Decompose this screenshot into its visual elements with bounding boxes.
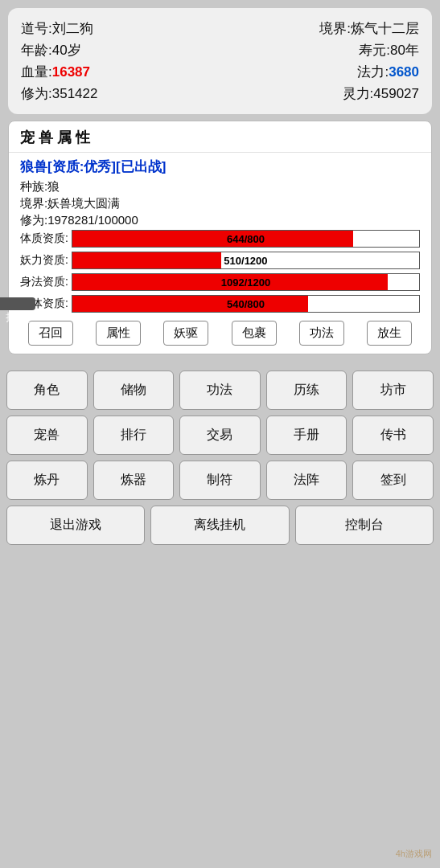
stat-label-1: 妖力资质: [20, 253, 68, 268]
menu-row-3: 炼丹炼器制符法阵签到 [6, 461, 434, 500]
stat-bars: 体质资质: 644/800 妖力资质: 510/1200 身法资质: 1092/… [20, 230, 420, 313]
stat-row-3: 妖体资质: 540/800 [20, 295, 420, 313]
xiuwei-label: 修为:351422 [21, 84, 97, 103]
menu-btn-炼丹[interactable]: 炼丹 [6, 461, 88, 500]
menu-btn-交易[interactable]: 交易 [179, 416, 261, 455]
pet-action-btn-妖驱[interactable]: 妖驱 [163, 321, 208, 346]
stat-bar-text-2: 1092/1200 [72, 274, 419, 290]
fali-label: 法力:3680 [357, 63, 419, 81]
menu-btn-签到[interactable]: 签到 [352, 461, 434, 500]
pet-modal-body: 狼兽[资质:优秀][已出战] 种族:狼 境界:妖兽境大圆满 修为:1978281… [9, 158, 431, 313]
stat-bar-outer-0: 644/800 [72, 230, 420, 248]
stat-bar-outer-2: 1092/1200 [72, 273, 420, 291]
menu-btn-退出游戏[interactable]: 退出游戏 [6, 506, 145, 545]
pet-realm: 境界:妖兽境大圆满 [20, 196, 420, 211]
pet-actions: 召回属性妖驱包裹功法放生 [9, 321, 431, 346]
stat-row-1: 妖力资质: 510/1200 [20, 252, 420, 269]
menu-btn-排行[interactable]: 排行 [93, 416, 175, 455]
stat-bar-outer-3: 540/800 [72, 295, 420, 313]
pet-name: 狼兽[资质:优秀][已出战] [20, 158, 420, 176]
pet-action-btn-属性[interactable]: 属性 [96, 321, 141, 346]
shouyuan-label: 寿元:80年 [359, 41, 419, 59]
menu-row-2: 宠兽排行交易手册传书 [6, 416, 434, 455]
nianling-row: 年龄:40岁 寿元:80年 [21, 41, 419, 59]
stat-bar-text-0: 644/800 [72, 231, 419, 247]
xueliang-row: 血量:16387 法力:3680 [21, 63, 419, 81]
character-info-card: 道号:刘二狗 境界:炼气十二层 年龄:40岁 寿元:80年 血量:16387 法… [8, 8, 432, 114]
stat-row-0: 体质资质: 644/800 [20, 230, 420, 248]
menu-btn-历练[interactable]: 历练 [266, 371, 347, 410]
menu-btn-手册[interactable]: 手册 [266, 416, 347, 455]
jingjie-label: 境界:炼气十二层 [319, 19, 419, 38]
pet-modal: 宠 兽 属 性 狼兽[资质:优秀][已出战] 种族:狼 境界:妖兽境大圆满 修为… [8, 121, 432, 354]
pet-modal-title: 宠 兽 属 性 [9, 121, 431, 153]
stat-bar-outer-1: 510/1200 [72, 252, 420, 269]
menu-btn-储物[interactable]: 储物 [93, 371, 175, 410]
menu-btn-功法[interactable]: 功法 [179, 371, 261, 410]
bottom-menu: 角色储物功法历练坊市 宠兽排行交易手册传书 炼丹炼器制符法阵签到 退出游戏离线挂… [0, 362, 440, 557]
pet-action-btn-放生[interactable]: 放生 [367, 321, 412, 346]
menu-row-1: 角色储物功法历练坊市 [6, 371, 434, 410]
nianling-label: 年龄:40岁 [21, 41, 81, 59]
menu-btn-角色[interactable]: 角色 [6, 371, 88, 410]
daohao-row: 道号:刘二狗 境界:炼气十二层 [21, 19, 419, 38]
pet-cultivation: 修为:1978281/100000 [20, 213, 420, 228]
xiuwei-row: 修为:351422 灵力:459027 [21, 84, 419, 103]
menu-btn-炼器[interactable]: 炼器 [93, 461, 175, 500]
pet-action-btn-功法[interactable]: 功法 [299, 321, 344, 346]
watermark: 4h游戏网 [396, 848, 432, 860]
menu-row-4: 退出游戏离线挂机控制台 [6, 506, 434, 545]
stat-row-2: 身法资质: 1092/1200 [20, 273, 420, 291]
pet-action-btn-包裹[interactable]: 包裹 [232, 321, 277, 346]
menu-btn-法阵[interactable]: 法阵 [266, 461, 347, 500]
lingli-label: 灵力:459027 [343, 84, 419, 103]
daohao-label: 道号:刘二狗 [21, 19, 93, 38]
xueliang-label: 血量:16387 [21, 63, 90, 81]
stat-label-2: 身法资质: [20, 275, 68, 289]
side-tab[interactable]: 选 择 [0, 297, 35, 310]
stat-bar-text-3: 540/800 [72, 296, 419, 312]
menu-btn-控制台[interactable]: 控制台 [295, 506, 434, 545]
menu-btn-宠兽[interactable]: 宠兽 [6, 416, 88, 455]
stat-label-0: 体质资质: [20, 231, 68, 246]
menu-btn-坊市[interactable]: 坊市 [352, 371, 434, 410]
menu-btn-离线挂机[interactable]: 离线挂机 [150, 506, 289, 545]
menu-btn-制符[interactable]: 制符 [179, 461, 261, 500]
menu-btn-传书[interactable]: 传书 [352, 416, 434, 455]
pet-action-btn-召回[interactable]: 召回 [28, 321, 73, 346]
stat-bar-text-1: 510/1200 [72, 252, 419, 268]
pet-species: 种族:狼 [20, 179, 420, 194]
